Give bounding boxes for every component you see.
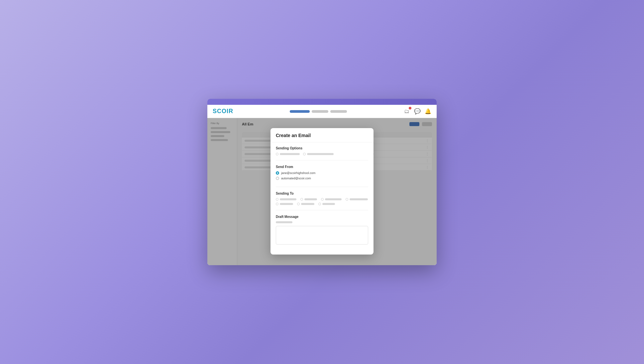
sending-to-section: Sending To (276, 192, 368, 210)
send-from-label: Send From (276, 165, 368, 169)
app-window: SCOIR 🗂 💬 🔔 Filter By All Em (207, 99, 437, 265)
sending-options-section: Sending Options (276, 146, 368, 160)
app-top-bar (207, 99, 437, 105)
to-bar-5 (280, 203, 293, 205)
sending-option-2[interactable] (303, 153, 334, 155)
to-bar-4 (350, 198, 368, 200)
radio-option-2-circle (303, 153, 306, 155)
to-option-7[interactable] (318, 203, 335, 205)
option-1-bar (280, 153, 300, 155)
automated-email: automated@scoir.com (281, 177, 311, 180)
app-logo: SCOIR (213, 108, 233, 115)
to-bar-7 (322, 203, 335, 205)
app-content: Filter By All Em ⋮ (207, 118, 437, 265)
header-nav (290, 110, 347, 113)
to-radio-1 (276, 198, 278, 201)
send-from-option-1[interactable]: jane@scoirhighshool.com (276, 171, 368, 175)
modal-header: Create an Email (270, 128, 374, 142)
to-option-2[interactable] (300, 198, 317, 201)
modal-overlay: Create an Email Sending Options (207, 118, 437, 265)
radio-automated-dot (276, 177, 279, 180)
modal-title: Create an Email (276, 133, 368, 138)
app-header: SCOIR 🗂 💬 🔔 (207, 105, 437, 118)
to-option-1[interactable] (276, 198, 296, 201)
sending-options-row (276, 153, 368, 155)
to-radio-2 (300, 198, 303, 201)
to-radio-7 (318, 203, 321, 205)
to-radio-5 (276, 203, 278, 205)
nav-item-1[interactable] (290, 110, 310, 113)
draft-message-label: Draft Message (276, 215, 368, 219)
draft-message-section: Draft Message (276, 215, 368, 251)
chat-icon[interactable]: 💬 (414, 108, 421, 115)
send-from-option-2[interactable]: automated@scoir.com (276, 177, 368, 180)
to-radio-6 (297, 203, 300, 205)
to-option-4[interactable] (346, 198, 368, 201)
to-bar-2 (304, 198, 317, 200)
sending-to-grid (276, 198, 368, 205)
to-radio-4 (346, 198, 348, 201)
modal-body: Sending Options (270, 142, 374, 255)
sending-to-label: Sending To (276, 192, 368, 195)
radio-jane-dot (276, 171, 279, 175)
notification-badge (409, 107, 411, 109)
to-bar-3 (325, 198, 342, 200)
draft-label-skeleton (276, 221, 292, 223)
to-radio-3 (321, 198, 324, 201)
jane-email: jane@scoirhighshool.com (281, 171, 315, 175)
to-option-5[interactable] (276, 203, 293, 205)
draft-message-textarea[interactable] (276, 226, 368, 245)
header-icons: 🗂 💬 🔔 (403, 108, 431, 115)
to-option-6[interactable] (297, 203, 314, 205)
create-email-modal: Create an Email Sending Options (270, 128, 374, 255)
nav-item-3[interactable] (330, 110, 347, 113)
nav-item-2[interactable] (312, 110, 328, 113)
option-2-bar (307, 153, 334, 155)
briefcase-icon[interactable]: 🗂 (403, 108, 410, 115)
to-bar-6 (301, 203, 314, 205)
to-bar-1 (280, 198, 296, 200)
radio-option-1-circle (276, 153, 278, 155)
sending-options-label: Sending Options (276, 146, 368, 150)
to-option-3[interactable] (321, 198, 342, 201)
bell-icon[interactable]: 🔔 (425, 108, 431, 115)
send-from-section: Send From jane@scoirhighshool.com automa… (276, 165, 368, 187)
sending-option-1[interactable] (276, 153, 300, 155)
